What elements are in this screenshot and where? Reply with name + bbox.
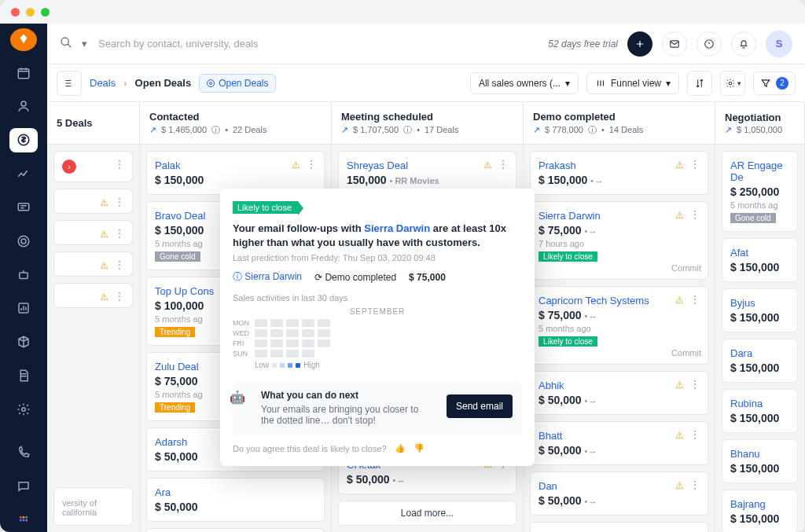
layout-toggle-button[interactable] (57, 71, 82, 96)
nav-docs[interactable] (9, 364, 38, 388)
card-menu-button[interactable]: ⋮ (689, 293, 701, 306)
card-menu-button[interactable]: ⋮ (113, 290, 126, 303)
warning-icon: ⚠ (100, 229, 108, 240)
card-menu-button[interactable]: ⋮ (113, 158, 126, 171)
deal-card[interactable]: Dan$ 50,000 • --⚠⋮ (530, 471, 708, 515)
deal-card[interactable]: Byjus$ 150,000 (722, 288, 798, 332)
chevron-down-icon: ▾ (666, 78, 671, 89)
nav-goals[interactable] (9, 229, 38, 253)
deal-card[interactable]: Sierra Darwin$ 75,000 • --7 hours agoLik… (530, 201, 708, 280)
svg-point-18 (208, 79, 215, 86)
card-menu-button[interactable]: ⋮ (689, 158, 701, 171)
column-amount: $ 1,485,000 (161, 125, 207, 134)
nav-chats[interactable] (9, 196, 38, 220)
card-menu-button[interactable]: ⋮ (113, 227, 126, 240)
view-dropdown[interactable]: Funnel view▾ (586, 72, 679, 94)
inbox-button[interactable] (662, 31, 687, 57)
deal-card[interactable]: ›⋮ (53, 151, 133, 182)
svg-point-5 (21, 239, 26, 244)
svg-point-9 (20, 515, 22, 518)
contact-link[interactable]: ⓘ Sierra Darwin (233, 270, 302, 284)
deal-card[interactable]: Capricorn Tech Systems$ 75,000 • --5 mon… (530, 286, 708, 365)
nav-settings[interactable] (9, 398, 38, 422)
warning-icon: ⚠ (100, 197, 108, 208)
warning-icon: ⚠ (675, 160, 684, 171)
column-count: 5 Deals (57, 117, 130, 129)
owners-dropdown[interactable]: All sales owners (...▾ (470, 72, 579, 94)
nav-analytics[interactable] (9, 162, 38, 186)
sort-button[interactable] (687, 71, 712, 96)
search-dropdown-icon[interactable]: ▾ (82, 38, 87, 50)
settings-dropdown[interactable]: ▾ (720, 71, 745, 96)
open-deals-badge[interactable]: Open Deals (199, 74, 275, 93)
card-menu-button[interactable]: ⋮ (689, 428, 701, 441)
filter-button[interactable]: 2 (753, 72, 796, 95)
send-email-button[interactable]: Send email (447, 394, 513, 418)
svg-point-1 (21, 101, 26, 106)
nav-deals[interactable] (9, 128, 38, 152)
nav-calendar[interactable] (9, 61, 38, 85)
next-action-box: 🤖 What you can do next Your emails are b… (233, 380, 522, 435)
prediction-popover: Likely to close Your email follow-ups wi… (220, 189, 535, 466)
deal-card[interactable]: Abhik$ 50,000 • --⚠⋮ (530, 371, 708, 415)
thumbs-down-button[interactable]: 👎 (414, 443, 425, 453)
nav-phone[interactable] (9, 440, 38, 464)
nav-reports[interactable] (9, 296, 38, 321)
deal-card[interactable]: Bajrang$ 150,000 (722, 490, 798, 532)
column-count: 22 Deals (233, 125, 266, 134)
deal-card[interactable]: ⚠⋮ (53, 283, 133, 308)
nav-messages[interactable] (9, 474, 38, 498)
thumbs-up-button[interactable]: 👍 (395, 443, 406, 453)
add-button[interactable] (627, 31, 652, 57)
deal-card[interactable]: Bhanu$ 150,000 (722, 439, 798, 483)
activity-label: Sales activities in last 30 days (233, 293, 522, 303)
svg-point-10 (23, 515, 25, 518)
svg-point-4 (18, 236, 29, 247)
alert-icon: › (62, 160, 76, 174)
svg-rect-6 (20, 273, 28, 279)
nav-apps[interactable] (9, 508, 38, 532)
deal-card[interactable]: AR Engage De$ 250,0005 months agGone col… (722, 151, 798, 232)
load-more-button[interactable]: Load more... (146, 528, 325, 532)
column-title: Negotiation (725, 112, 795, 123)
nav-bot[interactable] (9, 262, 38, 287)
deal-card[interactable]: Prakash$ 150,000 • --⚠⋮ (530, 151, 708, 195)
agree-text: Do you agree this deal is likely to clos… (233, 444, 387, 453)
stage-label: ⟳ Demo completed (314, 272, 396, 283)
deal-card[interactable]: ⚠⋮ (53, 251, 133, 277)
card-menu-button[interactable]: ⋮ (689, 479, 701, 491)
search-input[interactable] (97, 37, 317, 50)
deal-card[interactable]: Suhas$ 50,000 (530, 522, 708, 532)
breadcrumb-deals[interactable]: Deals (90, 77, 116, 89)
deal-card[interactable]: ⚠⋮ (53, 220, 133, 245)
card-menu-button[interactable]: ⋮ (497, 158, 509, 171)
nav-products[interactable] (9, 330, 38, 354)
deal-card[interactable]: Rubina$ 150,000 (722, 389, 798, 433)
deal-card[interactable]: ⚠⋮ (53, 189, 133, 214)
alerts-button[interactable] (697, 31, 722, 57)
nav-contacts[interactable] (9, 94, 38, 119)
warning-icon: ⚠ (483, 160, 492, 171)
status-tag: Trending (155, 327, 195, 337)
warning-icon: ⚠ (675, 480, 684, 491)
warning-icon: ⚠ (675, 430, 684, 441)
deal-card[interactable]: Ara$ 50,000 (146, 478, 325, 522)
user-avatar[interactable]: S (766, 31, 792, 57)
svg-rect-3 (18, 204, 29, 211)
card-menu-button[interactable]: ⋮ (113, 196, 126, 208)
card-menu-button[interactable]: ⋮ (113, 259, 126, 271)
svg-rect-0 (18, 68, 29, 78)
topbar: ▾ 52 days free trial S (47, 24, 805, 64)
card-menu-button[interactable]: ⋮ (689, 378, 701, 391)
search-icon[interactable] (60, 36, 72, 51)
card-menu-button[interactable]: ⋮ (689, 208, 701, 221)
deal-card[interactable]: Dara$ 150,000 (722, 339, 798, 383)
deal-card[interactable]: Bhatt$ 50,000 • --⚠⋮ (530, 421, 708, 465)
svg-point-19 (210, 82, 212, 84)
deal-card[interactable]: Afat$ 150,000 (722, 238, 798, 282)
load-more-button[interactable]: Load more... (338, 501, 516, 526)
deal-card[interactable]: versity of california (53, 487, 133, 526)
card-menu-button[interactable]: ⋮ (305, 158, 318, 171)
notifications-button[interactable] (731, 31, 756, 57)
popover-headline: Your email follow-ups with Sierra Darwin… (233, 222, 522, 250)
